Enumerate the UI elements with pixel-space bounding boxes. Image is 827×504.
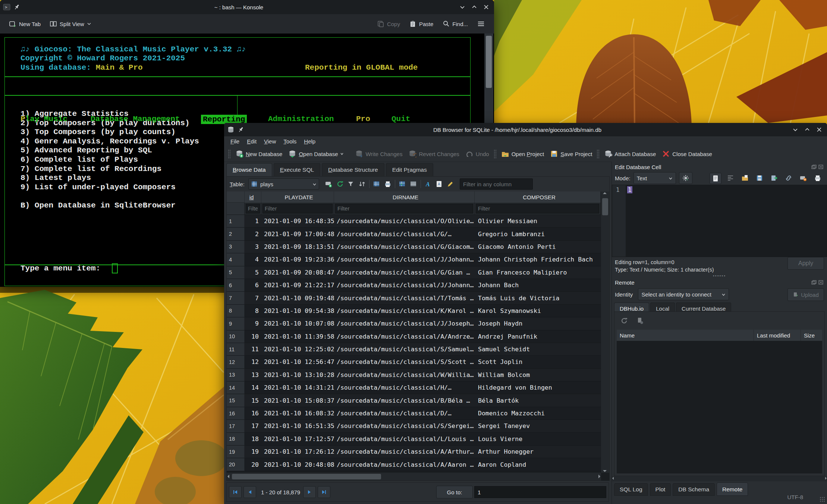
sort-records-button[interactable]	[356, 179, 368, 189]
cell-composer[interactable]: Joseph Haydn	[475, 317, 601, 330]
duplicate-record-button[interactable]	[408, 179, 419, 189]
print-cell-button[interactable]	[812, 173, 823, 183]
cell-dirname[interactable]: /sourcedata/music/classical/J/Johann…	[334, 279, 475, 292]
mode-select[interactable]: Text	[633, 172, 676, 184]
column-header-id[interactable]: id	[245, 191, 261, 203]
giocoso-menu-database-management[interactable]: Database Management	[91, 115, 180, 123]
cell-editor[interactable]: 1 1	[612, 185, 827, 257]
table-select[interactable]: plays	[248, 178, 319, 190]
table-row[interactable]: 20202021-01-10 20:48:08/sourcedata/music…	[227, 458, 601, 471]
cell-dirname[interactable]: /sourcedata/music/classical/A/Andrze…	[334, 330, 475, 343]
cell-dirname[interactable]: /sourcedata/music/classical/S/Samuel…	[334, 343, 475, 356]
table-row[interactable]: 992021-01-10 10:07:08/sourcedata/music/c…	[227, 317, 601, 330]
table-row[interactable]: 11112021-01-10 12:25:02/sourcedata/music…	[227, 343, 601, 356]
link-button[interactable]	[783, 173, 794, 183]
cell-id[interactable]: 9	[245, 317, 261, 330]
dock-tab-plot[interactable]: Plot	[650, 483, 671, 496]
cell-dirname[interactable]: /sourcedata/music/classical/H/…	[334, 381, 475, 394]
new-database-button[interactable]: New Database	[232, 148, 285, 160]
cell-dirname[interactable]: /sourcedata/music/classical/A/Aaron …	[334, 458, 475, 471]
remote-col-size[interactable]: Size	[801, 330, 822, 341]
cell-playdate[interactable]: 2021-01-10 12:56:47	[261, 356, 334, 368]
refresh-remote-button[interactable]	[618, 316, 629, 326]
toolbar-handle[interactable]	[228, 149, 231, 158]
table-row[interactable]: 442021-01-09 19:23:36/sourcedata/music/c…	[227, 253, 601, 266]
pin-icon[interactable]	[238, 126, 244, 133]
toolbar-handle[interactable]	[597, 149, 600, 158]
cell-playdate[interactable]: 2021-01-10 09:19:48	[261, 292, 334, 304]
print-records-button[interactable]	[382, 179, 393, 189]
cell-settings-button[interactable]	[679, 172, 692, 184]
first-page-button[interactable]	[229, 486, 242, 498]
dock-tab-remote[interactable]: Remote	[717, 482, 748, 496]
clone-database-button[interactable]	[635, 316, 646, 326]
cell-playdate[interactable]: 2021-01-10 09:54:38	[261, 305, 334, 317]
revert-changes-button[interactable]: Revert Changes	[405, 148, 462, 160]
filter-dirname-input[interactable]	[335, 204, 473, 213]
float-panel-icon[interactable]	[811, 279, 817, 285]
find-button[interactable]: Find...	[439, 18, 471, 30]
panel-splitter[interactable]: ••••••	[612, 273, 827, 278]
horizontal-scrollbar[interactable]	[227, 472, 601, 481]
cell-id[interactable]: 2	[245, 228, 261, 240]
hamburger-menu-button[interactable]	[474, 18, 488, 30]
giocoso-item-3[interactable]: 3) Top Composers (by play counts)	[21, 128, 199, 137]
toolbar-handle[interactable]	[494, 149, 497, 158]
new-tab-button[interactable]: New Tab	[6, 18, 44, 30]
table-row[interactable]: 15152021-01-10 15:08:37/sourcedata/music…	[227, 394, 601, 407]
cell-id[interactable]: 12	[245, 356, 261, 368]
menu-help[interactable]: Help	[301, 137, 319, 145]
konsole-titlebar[interactable]: > ~ : bash — Konsole	[0, 0, 494, 14]
close-panel-icon[interactable]	[817, 279, 824, 285]
filter-id-input[interactable]	[246, 204, 260, 213]
insert-record-button[interactable]	[323, 179, 334, 189]
cell-composer[interactable]: Arthur Honegger	[475, 446, 601, 458]
table-row[interactable]: 332021-01-09 18:13:51/sourcedata/music/c…	[227, 241, 601, 253]
cell-playdate[interactable]: 2021-01-10 13:10:28	[261, 369, 334, 381]
cell-composer[interactable]: Louis Vierne	[475, 433, 601, 446]
table-row[interactable]: 882021-01-10 09:54:38/sourcedata/music/c…	[227, 305, 601, 317]
filter-composer-input[interactable]	[476, 204, 599, 213]
menu-view[interactable]: View	[261, 137, 279, 145]
cell-id[interactable]: 19	[245, 446, 261, 458]
new-row-button[interactable]	[397, 179, 408, 189]
giocoso-menu-pro[interactable]: Pro	[356, 115, 370, 123]
open-project-button[interactable]: Open Project	[498, 148, 547, 160]
table-row[interactable]: 14142021-01-10 14:31:21/sourcedata/music…	[227, 381, 601, 394]
save-project-button[interactable]: Save Project	[547, 148, 595, 160]
float-panel-icon[interactable]	[811, 164, 817, 170]
column-header-playdate[interactable]: PLAYDATE	[261, 191, 334, 203]
cell-composer[interactable]: William Bolcom	[475, 369, 601, 381]
cell-playdate[interactable]: 2021-01-10 10:07:08	[261, 317, 334, 330]
cell-playdate[interactable]: 2021-01-10 15:08:37	[261, 394, 334, 407]
tab-edit-pragmas[interactable]: Edit Pragmas	[386, 163, 433, 177]
cell-dirname[interactable]: /sourcedata/music/classical/S/Sergei…	[334, 420, 475, 432]
cell-dirname[interactable]: /sourcedata/music/classical/B/Béla …	[334, 394, 475, 407]
cell-playdate[interactable]: 2021-01-09 18:13:51	[261, 241, 334, 253]
remote-col-modified[interactable]: Last modified	[754, 330, 801, 341]
giocoso-item-7[interactable]: 7) Complete list of Recordings	[21, 165, 199, 174]
cell-playdate[interactable]: 2021-01-10 20:48:08	[261, 458, 334, 471]
table-row[interactable]: 662021-01-09 21:22:17/sourcedata/music/c…	[227, 279, 601, 292]
table-row[interactable]: 222021-01-09 17:00:48/sourcedata/music/c…	[227, 228, 601, 240]
remove-card-button[interactable]	[798, 173, 809, 183]
cell-dirname[interactable]: /sourcedata/music/classical/W/Willia…	[334, 369, 475, 381]
cell-dirname[interactable]: /sourcedata/music/classical/S/Scott …	[334, 356, 475, 368]
goto-button[interactable]: Go to:	[436, 486, 473, 498]
dbbrowser-titlebar[interactable]: DB Browser for SQLite - /home/hjr/.local…	[224, 123, 827, 136]
save-data-button[interactable]	[754, 173, 765, 183]
cell-playdate[interactable]: 2021-01-09 20:08:47	[261, 266, 334, 279]
cell-dirname[interactable]: /sourcedata/music/classical/A/Arthur…	[334, 446, 475, 458]
cell-playdate[interactable]: 2021-01-10 16:08:32	[261, 407, 334, 420]
cell-id[interactable]: 16	[245, 407, 261, 420]
cell-id[interactable]: 4	[245, 253, 261, 266]
editor-content[interactable]: 1	[626, 185, 827, 257]
cell-composer[interactable]: Scott Joplin	[475, 356, 601, 368]
tab-browse-data[interactable]: Browse Data	[226, 163, 272, 177]
minimize-icon[interactable]	[790, 125, 800, 134]
cell-composer[interactable]: Karol Szymanowski	[475, 305, 601, 317]
pin-icon[interactable]	[13, 4, 20, 10]
identity-select[interactable]: Select an identity to connect	[638, 288, 729, 300]
cell-dirname[interactable]: /sourcedata/music/classical/T/Tomás …	[334, 292, 475, 304]
table-row[interactable]: 17172021-01-10 16:51:35/sourcedata/music…	[227, 420, 601, 432]
